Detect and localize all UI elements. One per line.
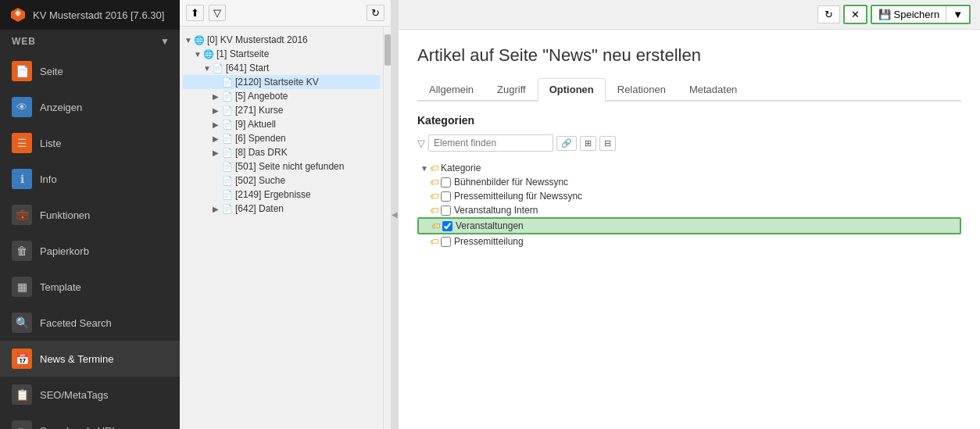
- right-panel: ↻ ✕ 💾 Speichern ▼ Artikel auf Seit: [399, 0, 980, 429]
- toggle-9[interactable]: ▶: [213, 120, 222, 129]
- tab-allgemein[interactable]: Allgemein: [417, 78, 485, 100]
- tree-filter-button[interactable]: ▽: [209, 5, 226, 21]
- tree-icon-502: 📄: [222, 176, 233, 186]
- tree-node-271[interactable]: ▶ 📄 [271] Kurse: [183, 103, 380, 117]
- main-area: ⬆ ▽ ↻ ▼ 🌐 [0] KV Musterstadt 2016: [180, 0, 980, 429]
- kategorien-filter-btn2[interactable]: ⊞: [580, 136, 596, 151]
- sidebar-item-sprechende-urls[interactable]: ✏ Sprechende URLs: [0, 413, 180, 429]
- sidebar-item-info[interactable]: ℹ Info: [0, 161, 180, 197]
- scroll-thumb: [384, 34, 391, 66]
- tree-icon-501: 📄: [222, 162, 233, 172]
- content-area: ⬆ ▽ ↻ ▼ 🌐 [0] KV Musterstadt 2016: [180, 0, 980, 429]
- close-icon: ✕: [851, 9, 860, 20]
- sidebar-item-liste[interactable]: ☰ Liste: [0, 125, 180, 161]
- app-logo: [9, 6, 27, 23]
- toggle-642[interactable]: ▶: [213, 205, 222, 213]
- tree-icon-5: 📄: [222, 91, 233, 102]
- tab-metadaten[interactable]: Metadaten: [678, 78, 749, 100]
- cat-root[interactable]: ▼ 🏷 Kategorie: [417, 161, 961, 175]
- faceted-search-icon: 🔍: [12, 313, 32, 333]
- cat-toggle-root[interactable]: ▼: [420, 164, 430, 173]
- cat-veranstaltung-intern[interactable]: ▶ 🏷 Veranstaltung Intern: [417, 203, 961, 217]
- tree-node-2120[interactable]: ▶ 📄 [2120] Startseite KV: [183, 75, 380, 89]
- cat-icon-pm: 🏷: [430, 237, 438, 246]
- cat-label-va-intern: Veranstaltung Intern: [454, 205, 538, 216]
- tree-scroll-area: ▼ 🌐 [0] KV Musterstadt 2016 ▼ 🌐 [1] Star…: [180, 27, 391, 429]
- sidebar-item-seite[interactable]: 📄 Seite: [0, 53, 180, 89]
- cat-icon-pm-newssync: 🏷: [430, 191, 438, 201]
- cat-label-buhnenbilder: Bühnenbilder für Newssync: [454, 177, 568, 188]
- tree-node-1[interactable]: ▼ 🌐 [1] Startseite: [183, 47, 380, 61]
- tree-refresh-button[interactable]: ↻: [367, 5, 384, 21]
- toggle-2120[interactable]: ▶: [213, 78, 222, 87]
- cat-label-root: Kategorie: [441, 163, 481, 173]
- funktionen-icon: 💼: [12, 205, 32, 225]
- sidebar-item-funktionen[interactable]: 💼 Funktionen: [0, 197, 180, 233]
- toggle-271[interactable]: ▶: [213, 106, 222, 115]
- tree-node-2149[interactable]: ▶ 📄 [2149] Ergebnisse: [183, 188, 380, 202]
- cat-pressemitteilung[interactable]: ▶ 🏷 Pressemitteilung: [417, 234, 961, 248]
- save-btn-group: 💾 Speichern ▼: [871, 5, 971, 24]
- panel-collapse-handle[interactable]: ◀: [391, 0, 399, 429]
- refresh-icon: ↻: [824, 9, 833, 20]
- tree-node-root[interactable]: ▼ 🌐 [0] KV Musterstadt 2016: [183, 33, 380, 47]
- tree-node-642[interactable]: ▶ 📄 [642] Daten: [183, 202, 380, 216]
- tree-icon-6: 📄: [222, 134, 233, 144]
- save-dropdown-button[interactable]: ▼: [946, 6, 969, 23]
- cat-checkbox-buhnenbilder[interactable]: [441, 177, 451, 188]
- sidebar-item-anzeigen[interactable]: 👁 Anzeigen: [0, 89, 180, 125]
- tree-content: ▼ 🌐 [0] KV Musterstadt 2016 ▼ 🌐 [1] Star…: [180, 27, 383, 429]
- tree-node-9[interactable]: ▶ 📄 [9] Aktuell: [183, 117, 380, 131]
- kategorien-filter-btn3[interactable]: ⊟: [599, 136, 616, 151]
- anzeigen-icon: 👁: [12, 97, 32, 117]
- tree-label-271: [271] Kurse: [235, 105, 283, 116]
- toggle-root[interactable]: ▼: [184, 36, 194, 45]
- tree-label-2149: [2149] Ergebnisse: [235, 189, 311, 200]
- tree-node-501[interactable]: ▶ 📄 [501] Seite nicht gefunden: [183, 159, 380, 173]
- sidebar-item-faceted-search[interactable]: 🔍 Faceted Search: [0, 305, 180, 341]
- tree-icon-2149: 📄: [222, 190, 233, 200]
- sidebar-item-papierkorb[interactable]: 🗑 Papierkorb: [0, 233, 180, 269]
- kategorien-filter-row: ▽ 🔗 ⊞ ⊟: [417, 134, 961, 152]
- seite-icon: 📄: [12, 61, 32, 81]
- sidebar-item-news-termine[interactable]: 📅 News & Termine: [0, 341, 180, 377]
- toggle-5[interactable]: ▶: [213, 92, 222, 101]
- cat-checkbox-va-intern[interactable]: [441, 206, 451, 216]
- cat-checkbox-veranstaltungen[interactable]: [442, 221, 452, 231]
- cat-label-pressemitteilung: Pressemitteilung: [454, 236, 524, 247]
- sidebar-item-template[interactable]: ▦ Template: [0, 269, 180, 305]
- template-icon: ▦: [12, 277, 32, 297]
- tree-export-button[interactable]: ⬆: [186, 5, 204, 21]
- page-title: Artikel auf Seite "News" neu erstellen: [417, 45, 961, 66]
- close-button[interactable]: ✕: [843, 5, 867, 24]
- kategorien-filter-btn1[interactable]: 🔗: [556, 136, 577, 151]
- refresh-button[interactable]: ↻: [817, 5, 840, 23]
- tree-node-641[interactable]: ▼ 📄 [641] Start: [183, 61, 380, 75]
- tree-node-502[interactable]: ▶ 📄 [502] Suche: [183, 173, 380, 188]
- cat-checkbox-pm-newssync[interactable]: [441, 191, 451, 202]
- cat-checkbox-pressemitteilung[interactable]: [441, 237, 451, 247]
- tree-label-6: [6] Spenden: [235, 133, 286, 144]
- toggle-641[interactable]: ▼: [203, 64, 213, 73]
- cat-veranstaltungen[interactable]: ▶ 🏷 Veranstaltungen: [417, 217, 961, 234]
- info-icon: ℹ: [12, 169, 32, 189]
- tree-node-6[interactable]: ▶ 📄 [6] Spenden: [183, 131, 380, 145]
- tree-label-1: [1] Startseite: [216, 48, 269, 59]
- toggle-8[interactable]: ▶: [213, 148, 222, 157]
- toggle-1[interactable]: ▼: [194, 50, 203, 59]
- tree-node-8[interactable]: ▶ 📄 [8] Das DRK: [183, 145, 380, 159]
- sidebar-item-seo[interactable]: 📋 SEO/MetaTags: [0, 377, 180, 413]
- tree-node-5[interactable]: ▶ 📄 [5] Angebote: [183, 89, 380, 103]
- tab-relationen[interactable]: Relationen: [606, 78, 678, 100]
- tree-scrollbar[interactable]: [383, 27, 391, 429]
- news-termine-icon: 📅: [12, 349, 32, 369]
- cat-buhnenbilder[interactable]: ▶ 🏷 Bühnenbilder für Newssync: [417, 175, 961, 189]
- cat-pressemitteilung-newssync[interactable]: ▶ 🏷 Pressemitteilung für Newssync: [417, 189, 961, 203]
- tab-zugriff[interactable]: Zugriff: [485, 78, 538, 100]
- tab-optionen[interactable]: Optionen: [538, 78, 606, 102]
- tree-icon-642: 📄: [222, 204, 233, 214]
- kategorien-filter-input[interactable]: [428, 134, 553, 152]
- toggle-6[interactable]: ▶: [213, 134, 222, 143]
- cat-icon-root: 🏷: [430, 163, 438, 173]
- save-button[interactable]: 💾 Speichern: [872, 6, 947, 23]
